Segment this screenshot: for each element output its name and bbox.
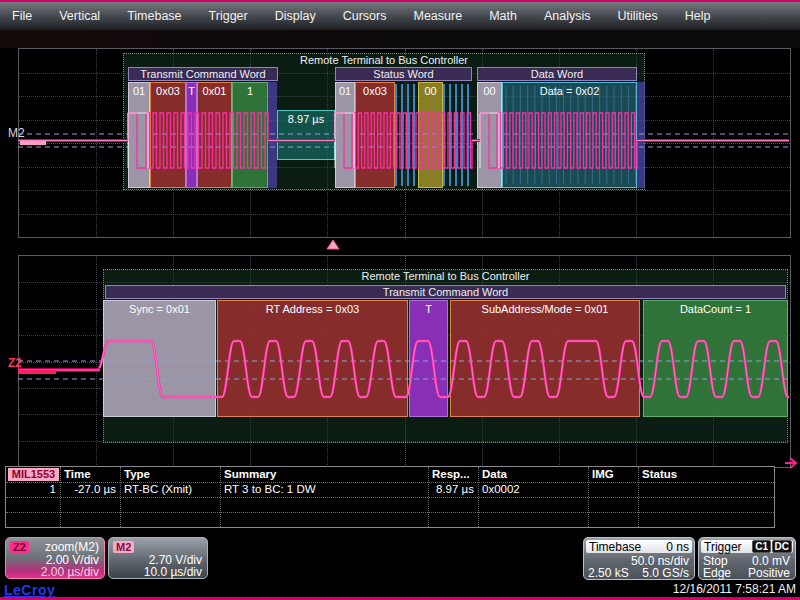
word-header-status: Status Word: [335, 67, 472, 81]
cell-time: -27.0 µs: [64, 483, 116, 495]
menu-item-display[interactable]: Display: [275, 9, 316, 23]
menu-item-math[interactable]: Math: [489, 9, 517, 23]
trigger-type: Edge: [703, 566, 731, 580]
m2-badge: M2: [113, 541, 134, 553]
response-time-label: 8.97 µs: [288, 113, 324, 125]
col-header-summary: Summary: [224, 468, 276, 480]
decode-segment-rt-address: 0x03: [150, 82, 186, 188]
channel-label-m2: M2: [8, 126, 25, 140]
z2-title: zoom(M2): [45, 540, 99, 554]
zoom-segment-tr-bit: T: [409, 300, 448, 417]
timebase-box[interactable]: Timebase 0 ns 50.0 ns/div 2.50 kS 5.0 GS…: [583, 537, 695, 580]
cell-summary: RT 3 to BC: 1 DW: [224, 483, 316, 495]
decode-segment-datacount: 1: [232, 82, 268, 188]
zoom-segment-subaddress: SubAddress/Mode = 0x01: [450, 300, 640, 417]
trigger-source-badge: C1: [752, 540, 771, 553]
col-header-resp: Resp...: [432, 468, 470, 480]
cell-data: 0x0002: [482, 483, 520, 495]
word-header-transmit-command-zoom: Transmit Command Word: [105, 285, 786, 299]
decode-segment-tr-bit: T: [186, 82, 197, 188]
word-end-marker: [268, 82, 277, 188]
menu-item-file[interactable]: File: [12, 9, 32, 23]
menu-item-analysis[interactable]: Analysis: [544, 9, 591, 23]
zoom-segment-sync: Sync = 0x01: [103, 300, 216, 417]
decode-table[interactable]: MIL1553 Time Type Summary Resp... Data I…: [5, 466, 775, 528]
decode-band-title-2: Remote Terminal to Bus Controller: [103, 270, 788, 282]
z2-descriptor-box[interactable]: Z2 zoom(M2) 2.00 V/div 2.00 µs/div: [5, 537, 105, 579]
menu-item-timebase[interactable]: Timebase: [127, 9, 181, 23]
zoom-segment-rt-address: RT Address = 0x03: [217, 300, 408, 417]
datetime-display: 12/16/2011 7:58:21 AM: [673, 582, 796, 596]
response-time-box: 8.97 µs: [277, 110, 335, 160]
menu-bar: File Vertical Timebase Trigger Display C…: [0, 2, 800, 30]
timebase-rate: 5.0 GS/s: [642, 566, 689, 580]
z2-badge: Z2: [10, 541, 29, 553]
m2-tdiv: 10.0 µs/div: [113, 565, 202, 579]
decode-segment-data-value: Data = 0x02: [502, 82, 637, 188]
col-header-data: Data: [482, 468, 507, 480]
decode-segment-sync: 01: [128, 82, 150, 188]
decode-segment-data-sync: 00: [477, 82, 502, 188]
word-header-data: Data Word: [477, 67, 637, 81]
cell-index: 1: [14, 483, 56, 495]
oscilloscope-screen: File Vertical Timebase Trigger Display C…: [0, 0, 800, 600]
decode-segment-status-address: 0x03: [355, 82, 395, 188]
timebase-title: Timebase: [589, 540, 641, 554]
menu-item-vertical[interactable]: Vertical: [59, 9, 100, 23]
protocol-badge[interactable]: MIL1553: [8, 468, 59, 481]
timebase-samples: 2.50 kS: [588, 566, 629, 580]
col-header-status: Status: [642, 468, 677, 480]
lecroy-logo: LeCroy: [4, 582, 55, 598]
decode-segment-status-flags: 00: [418, 82, 443, 188]
menu-item-measure[interactable]: Measure: [413, 9, 462, 23]
col-header-img: IMG: [592, 468, 614, 480]
menu-item-utilities[interactable]: Utilities: [617, 9, 657, 23]
decode-segment-status-sync: 01: [335, 82, 355, 188]
z2-tdiv: 2.00 µs/div: [10, 565, 99, 579]
channel-label-z2: Z2: [8, 356, 22, 370]
cell-resp: 8.97 µs: [430, 483, 474, 495]
cell-type: RT-BC (Xmit): [124, 483, 192, 495]
col-header-time: Time: [64, 468, 91, 480]
col-header-type: Type: [124, 468, 150, 480]
menu-shadow-strip: [0, 30, 800, 48]
menu-item-trigger[interactable]: Trigger: [209, 9, 248, 23]
decode-band-title-1: Remote Terminal to Bus Controller: [123, 54, 645, 66]
word-header-transmit-command: Transmit Command Word: [128, 67, 278, 81]
trigger-slope: Positive: [748, 566, 790, 580]
timebase-offset: 0 ns: [666, 540, 689, 554]
trigger-coupling-badge: DC: [772, 540, 792, 553]
zoom-segment-datacount: DataCount = 1: [643, 300, 788, 417]
menu-item-cursors[interactable]: Cursors: [343, 9, 387, 23]
word-end-marker-2: [637, 82, 645, 188]
decode-segment-subaddress: 0x01: [197, 82, 232, 188]
m2-descriptor-box[interactable]: M2 2.70 V/div 10.0 µs/div: [108, 537, 208, 579]
menu-item-help[interactable]: Help: [685, 9, 711, 23]
trigger-box[interactable]: Trigger C1 DC Stop 0.0 mV Edge Positive: [698, 537, 796, 580]
trigger-title: Trigger: [704, 540, 742, 554]
